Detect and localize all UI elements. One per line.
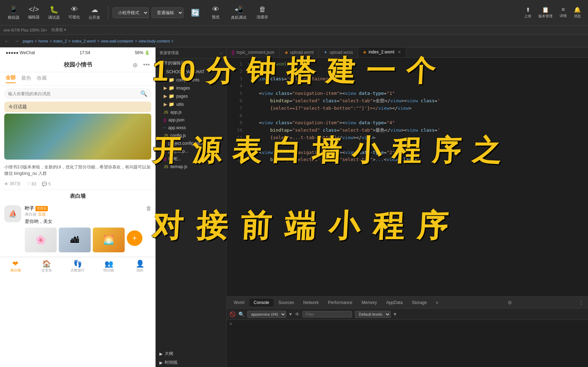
refresh-icon: 🔄 (191, 8, 200, 17)
devtool-tab-performance[interactable]: Performance (324, 299, 357, 306)
eye-devtools-icon: 👁 (295, 311, 300, 317)
today-topic-label[interactable]: 今日话题 (4, 102, 151, 112)
middle-layout: ●●●●● WeChat 17:54 56% 🔋 校园小情书 ••• ⊕ 全部 … (0, 47, 588, 367)
nav-wall[interactable]: ❤ 表白墙 (0, 257, 31, 275)
sidebar-utils[interactable]: ▶ 📁 utils (156, 100, 226, 108)
phone-banner (4, 114, 151, 160)
sidebar-timeline[interactable]: ▶ 时间线 (156, 358, 226, 367)
simulator-btn[interactable]: 📱 模拟器 (4, 4, 23, 22)
cloud-icon: ☁ (91, 5, 98, 14)
devtool-tab-console[interactable]: Console (249, 299, 273, 306)
devtools-filter-input[interactable] (303, 311, 352, 317)
compile-select[interactable]: 普通编辑 (152, 7, 183, 18)
tab-hot[interactable]: 最热 (21, 75, 31, 83)
like-count[interactable]: ♡ 83 (27, 182, 36, 187)
tab-upload-wxml[interactable]: ◈ upload.wxml (280, 47, 319, 57)
devtool-tab-sources[interactable]: Sources (274, 299, 298, 306)
clear-btn[interactable]: 🗑 清缓存 (253, 4, 272, 21)
nav-steps[interactable]: 👣 步数旅行 (62, 257, 94, 275)
resource-manager-label: 资源管理器 (159, 50, 179, 56)
devtool-tab-more[interactable]: » (432, 299, 443, 306)
upload-btn[interactable]: ⬆ 上传 (521, 5, 534, 20)
utils-folder-icon: ▶ 📁 (164, 102, 174, 107)
hot-reload-btn[interactable]: 热重载 ▾ (50, 27, 68, 33)
tab-index2-wxml[interactable]: ◈ index_2.wxml ✕ (358, 47, 406, 57)
breadcrumb-view1[interactable]: view.wall-container (101, 39, 133, 43)
devtool-tab-wxml[interactable]: Wxml (230, 299, 249, 306)
cloud-btn[interactable]: ☁ 云开发 (85, 4, 104, 22)
sidebar-appjs[interactable]: JS app.js (156, 108, 226, 116)
nav-friends[interactable]: 🏠 交舍友 (31, 257, 62, 275)
sidebar-appjson[interactable]: {} app.json (156, 116, 226, 124)
add-image-btn[interactable]: + (127, 230, 142, 246)
phone-preview-panel: ●●●●● WeChat 17:54 56% 🔋 校园小情书 ••• ⊕ 全部 … (0, 47, 156, 367)
breadcrumb-wxml[interactable]: index_2.wxml (72, 39, 96, 43)
sidebar-projectp[interactable]: {} project.p... (156, 147, 226, 155)
devtools-console-content[interactable]: > (227, 320, 588, 367)
visualize-btn[interactable]: 👁 可视化 (65, 4, 84, 21)
level-select[interactable]: Default levels (355, 311, 391, 318)
code-area[interactable]: 1 <!--index.wxml--> 2 3 <view class='wal… (227, 58, 588, 296)
sidebar-images[interactable]: ▶ 📁 images (156, 84, 226, 92)
phone-post-stats: 👁 367次 ♡ 83 💬 5 (0, 179, 156, 190)
preview-btn[interactable]: 👁 预览 (207, 4, 225, 21)
sidebar-dme[interactable]: {} DME... (156, 155, 226, 163)
project-name: SCHOOL_WECHAT (166, 69, 204, 74)
sidebar-components[interactable]: ▶ 📁 components (156, 76, 226, 84)
sidebar-projectconfig[interactable]: {} project.config.json (156, 139, 226, 147)
compile-btn[interactable]: 🔄 (186, 7, 204, 18)
dme-icon: {} (164, 157, 166, 161)
phone-camera-btn[interactable]: ⊕ (132, 61, 138, 69)
breadcrumb-index2[interactable]: index_2 (53, 39, 67, 43)
back-btn[interactable]: ← (3, 38, 11, 45)
tab-all[interactable]: 全部 (6, 75, 16, 83)
devtools-settings-icon[interactable]: ⚙ (506, 298, 514, 307)
devtool-tab-memory[interactable]: Memory (357, 299, 381, 306)
sidebar-more-icon[interactable]: ··· (220, 51, 223, 55)
breadcrumb-home[interactable]: home (38, 39, 48, 43)
version-btn[interactable]: 📋 版本管理 (536, 5, 555, 20)
sidebar-outline[interactable]: ▶ 大纲 (156, 349, 226, 358)
devtools-panel: Wxml Console Sources Network Performance… (227, 296, 588, 367)
real-debug-btn[interactable]: 📲 真机调试 (227, 4, 250, 22)
tab-close-icon[interactable]: ✕ (398, 50, 401, 55)
editor-btn[interactable]: </> 编辑器 (24, 4, 43, 21)
tab-topic-comment[interactable]: {} topic_comment.json (227, 47, 280, 57)
devtools-more-icon[interactable]: ⋮ (577, 298, 585, 307)
detail-btn[interactable]: ≡ 详情 (557, 5, 570, 20)
star-icon[interactable]: ☆ (154, 205, 156, 212)
nav-mine[interactable]: 👤 我的 (124, 257, 156, 275)
mode-select[interactable]: 小程序模式 (113, 7, 149, 18)
context-expand-icon[interactable]: ▾ (289, 311, 292, 317)
breadcrumb-pages[interactable]: pages (23, 39, 33, 43)
sidebar-itemap[interactable]: JS itemap.js (156, 163, 226, 171)
upload-icon: ⬆ (526, 6, 530, 13)
sidebar-configjs[interactable]: JS config.js (156, 132, 226, 139)
nav-couple[interactable]: 👥 情侣验 (93, 257, 124, 275)
devtool-tab-storage[interactable]: Storage (408, 299, 431, 306)
devtools-tabs: Wxml Console Sources Network Performance… (227, 297, 588, 309)
sidebar-project-root[interactable]: ▼ SCHOOL_WECHAT (156, 68, 226, 76)
devtool-tab-network[interactable]: Network (299, 299, 323, 306)
sidebar-open-editors[interactable]: 打开的编辑器 (156, 59, 226, 68)
forward-btn[interactable]: → (13, 38, 21, 45)
comment-count[interactable]: 💬 5 (42, 182, 51, 187)
tab-collect[interactable]: 收藏 (37, 75, 47, 83)
eye-icon-stat: 👁 (4, 182, 9, 187)
code-line-7: 7 {select==1?"select-tab-botton":""}'}><… (227, 105, 588, 112)
phone-more-btn[interactable]: ••• (143, 61, 150, 69)
json-tab-icon: {} (232, 50, 234, 55)
delete-icon[interactable]: 🗑 (146, 205, 152, 212)
message-btn[interactable]: 🔔 消息 (571, 5, 584, 20)
sidebar-pages[interactable]: ▶ 📁 pages (156, 92, 226, 100)
breadcrumb-view2[interactable]: view.body-content (138, 39, 170, 43)
level-expand-icon[interactable]: ▾ (394, 311, 396, 317)
img-thumb-2: 🏙 (59, 228, 91, 252)
context-select[interactable]: appservice (#4) (247, 311, 286, 318)
to-user: 宝连 (38, 212, 46, 217)
debugger-btn[interactable]: 🐛 调试器 (45, 4, 63, 22)
devtool-tab-appdata[interactable]: AppData (382, 299, 407, 306)
phone-search-input[interactable] (8, 91, 138, 96)
tab-upload-wxss[interactable]: ✦ upload.wxss (319, 47, 358, 57)
sidebar-appwxss[interactable]: ~ app.wxss (156, 124, 226, 132)
